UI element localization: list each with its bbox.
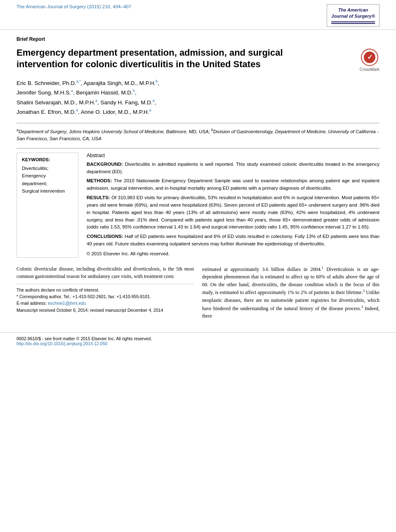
journal-reference[interactable]: The American Journal of Surgery (2015) 2… — [16, 4, 131, 9]
divider2 — [16, 148, 380, 148]
corresponding-note: * Corresponding author. Tel.: +1-410-502… — [16, 293, 194, 300]
body-right-text: estimated at approximately 3.6 billion d… — [202, 265, 380, 320]
divider — [16, 123, 380, 123]
body-left-column: Colonic diverticular disease, including … — [16, 265, 194, 320]
abstract-text: BACKGROUND: Diverticulitis in admitted i… — [87, 161, 380, 258]
svg-text:✓: ✓ — [367, 54, 372, 61]
background-label: BACKGROUND: — [87, 162, 123, 167]
conflict-note: The authors declare no conflicts of inte… — [16, 287, 194, 293]
crossmark-label: CrossMark — [360, 67, 380, 72]
journal-logo-text: The American Journal of Surgery® — [331, 7, 375, 20]
body-left-text: Colonic diverticular disease, including … — [16, 265, 194, 280]
conclusions-label: CONCLUSIONS: — [87, 234, 123, 239]
logo-decoration — [331, 21, 375, 24]
methods-text: The 2010 Nationwide Emergency Department… — [87, 178, 380, 191]
footer-issn: 0002-9610/$ - see front matter © 2015 El… — [16, 336, 380, 341]
abstract-conclusions: CONCLUSIONS: Half of ED patients were ho… — [87, 233, 380, 248]
abstract-methods: METHODS: The 2010 Nationwide Emergency D… — [87, 177, 380, 192]
keyword-3: department; — [22, 180, 73, 187]
manuscript-note: Manuscript received October 6, 2014; rev… — [16, 307, 194, 313]
body-right-column: estimated at approximately 3.6 billion d… — [202, 265, 380, 320]
body-columns: Colonic diverticular disease, including … — [16, 265, 380, 320]
keywords-abstract-section: KEYWORDS: Diverticulitis; Emergency depa… — [16, 153, 380, 258]
journal-logo: The American Journal of Surgery® — [327, 4, 380, 27]
section-type-label: Brief Report — [16, 36, 380, 42]
main-content: Brief Report Emergency department presen… — [0, 30, 396, 328]
abstract-title: Abstract — [87, 153, 380, 158]
abstract-box: Abstract BACKGROUND: Diverticulitis in a… — [87, 153, 380, 258]
footer-doi-link[interactable]: http://dx.doi.org/10.1016/j.amjsurg.2014… — [16, 341, 107, 346]
keywords-list: Diverticulitis; Emergency department; Su… — [22, 165, 73, 195]
keyword-4: Surgical intervention — [22, 187, 73, 195]
title-row: Emergency department presentation, admis… — [16, 47, 380, 72]
methods-label: METHODS: — [87, 178, 112, 183]
keyword-1: Diverticulitis; — [22, 165, 73, 172]
copyright-line: © 2015 Elsevier Inc. All rights reserved… — [87, 250, 380, 258]
page-footer: 0002-9610/$ - see front matter © 2015 El… — [0, 332, 396, 349]
email-line: E-mail address: eschnei1@jhmi.edu — [16, 300, 194, 306]
results-label: RESULTS: — [87, 195, 110, 200]
keyword-2: Emergency — [22, 172, 73, 179]
email-label: E-mail address: — [16, 301, 47, 306]
results-text: Of 310,983 ED visits for primary diverti… — [87, 195, 380, 229]
email-link[interactable]: eschnei1@jhmi.edu — [48, 301, 86, 306]
footnotes: The authors declare no conflicts of inte… — [16, 284, 194, 313]
keywords-title: KEYWORDS: — [22, 157, 73, 162]
abstract-results: RESULTS: Of 310,983 ED visits for primar… — [87, 194, 380, 231]
affiliations: aDepartment of Surgery, Johns Hopkins Un… — [16, 127, 380, 142]
crossmark-icon: ✓ — [361, 49, 378, 66]
crossmark-box[interactable]: ✓ CrossMark — [360, 49, 380, 72]
article-title: Emergency department presentation, admis… — [16, 47, 297, 71]
top-bar: The American Journal of Surgery (2015) 2… — [0, 0, 396, 30]
conclusions-text: Half of ED patients were hospitalized an… — [87, 234, 380, 246]
abstract-background: BACKGROUND: Diverticulitis in admitted i… — [87, 161, 380, 176]
authors: Eric B. Schneider, Ph.D.a,*, Aparajita S… — [16, 78, 380, 117]
background-text: Diverticulitis in admitted inpatients is… — [87, 162, 380, 174]
keywords-box: KEYWORDS: Diverticulitis; Emergency depa… — [16, 153, 78, 258]
